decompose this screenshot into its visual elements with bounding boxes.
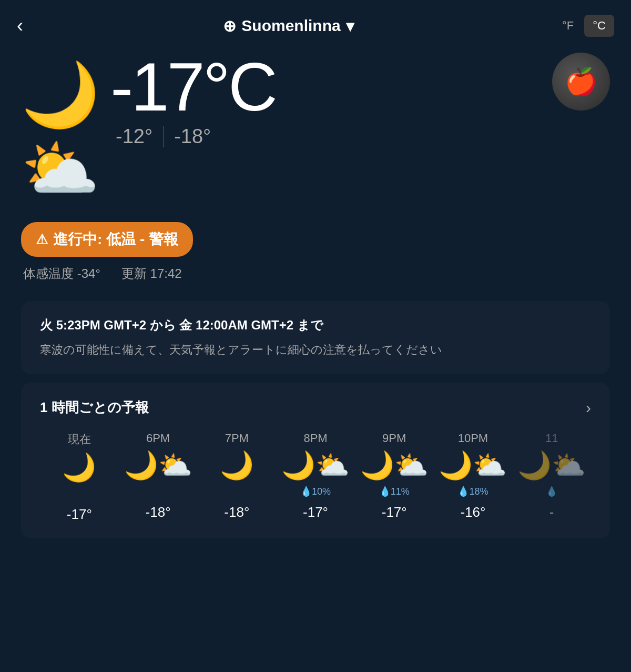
avatar: 🍎 <box>552 53 610 111</box>
hour-label: 6PM <box>146 432 170 445</box>
hour-temperature: -16° <box>460 504 485 520</box>
hour-weather-icon: 🌙 <box>220 452 254 479</box>
fahrenheit-button[interactable]: °F <box>554 15 582 37</box>
updated-label: 更新 17:42 <box>121 265 182 282</box>
celsius-button[interactable]: °C <box>584 15 614 37</box>
hour-weather-icon: 🌙 <box>62 454 96 481</box>
hour-item: 9PM🌙⛅💧11%-17° <box>355 432 434 523</box>
hourly-title: 1 時間ごとの予報 <box>40 398 149 417</box>
alert-time-range: 火 5:23PM GMT+2 から 金 12:00AM GMT+2 まで <box>40 317 591 334</box>
hourly-items-row: 現在🌙-17°6PM🌙⛅-18°7PM🌙-18°8PM🌙⛅💧10%-17°9PM… <box>40 432 591 523</box>
warning-icon: ⚠ <box>36 232 48 248</box>
hour-item: 6PM🌙⛅-18° <box>119 432 198 523</box>
hourly-chevron-icon[interactable]: › <box>586 399 591 417</box>
alert-badge-text: 進行中: 低温 - 警報 <box>53 229 178 249</box>
hour-label: 7PM <box>225 432 249 445</box>
hour-temperature: -17° <box>382 504 407 520</box>
hour-weather-icon: 🌙⛅ <box>281 452 350 479</box>
hour-temperature: -17° <box>303 504 328 520</box>
hour-item: 11🌙⛅💧- <box>512 432 591 523</box>
hour-item: 7PM🌙-18° <box>197 432 276 523</box>
temp-divider <box>163 126 164 147</box>
hour-temperature: -17° <box>67 506 92 523</box>
back-button[interactable]: ‹ <box>17 15 23 37</box>
hour-item: 現在🌙-17° <box>40 432 119 523</box>
hour-precip: 💧18% <box>457 485 488 498</box>
hour-weather-icon: 🌙⛅ <box>360 452 429 479</box>
hour-temperature: -18° <box>146 504 171 520</box>
location-pin-icon: ⊕ <box>223 17 236 35</box>
feels-like-row: 体感温度 -34° 更新 17:42 <box>21 265 610 282</box>
avatar-image: 🍎 <box>565 66 597 97</box>
unit-switcher: °F °C <box>554 15 614 37</box>
current-weather-icon: 🌙⛅ <box>21 58 100 206</box>
current-temperature: -17°C <box>110 53 610 121</box>
current-weather-section: 🌙⛅ -17°C -12° -18° 🍎 <box>0 47 631 222</box>
hourly-header: 1 時間ごとの予報 › <box>40 398 591 417</box>
hour-label: 8PM <box>303 432 327 445</box>
feels-like-label: 体感温度 -34° <box>23 265 100 282</box>
hour-weather-icon: 🌙⛅ <box>124 452 192 479</box>
hour-label: 11 <box>545 432 558 445</box>
header: ‹ ⊕ Suomenlinna ▾ °F °C <box>0 0 631 47</box>
dropdown-icon: ▾ <box>346 17 354 35</box>
alert-badge[interactable]: ⚠ 進行中: 低温 - 警報 <box>21 222 193 257</box>
hour-item: 10PM🌙⛅💧18%-16° <box>434 432 513 523</box>
hour-precip: 💧10% <box>300 485 331 498</box>
high-temp: -12° <box>116 125 152 148</box>
alert-section: ⚠ 進行中: 低温 - 警報 体感温度 -34° 更新 17:42 <box>0 222 631 293</box>
hour-precip: 💧 <box>546 485 557 498</box>
high-low-temps: -12° -18° <box>116 125 610 148</box>
location-name: Suomenlinna <box>241 17 340 35</box>
alert-card[interactable]: 火 5:23PM GMT+2 から 金 12:00AM GMT+2 まで 寒波の… <box>21 301 610 374</box>
alert-description: 寒波の可能性に備えて、天気予報とアラートに細心の注意を払ってください <box>40 341 591 358</box>
location-display[interactable]: ⊕ Suomenlinna ▾ <box>223 17 353 35</box>
hour-item: 8PM🌙⛅💧10%-17° <box>276 432 355 523</box>
hour-label: 9PM <box>382 432 406 445</box>
hour-temperature: - <box>549 504 554 520</box>
hour-temperature: -18° <box>224 504 249 520</box>
hour-weather-icon: 🌙⛅ <box>517 452 586 479</box>
hour-weather-icon: 🌙⛅ <box>439 452 507 479</box>
hour-label: 現在 <box>68 432 91 447</box>
hourly-forecast-card: 1 時間ごとの予報 › 現在🌙-17°6PM🌙⛅-18°7PM🌙-18°8PM🌙… <box>21 383 610 538</box>
hour-label: 10PM <box>458 432 488 445</box>
low-temp: -18° <box>174 125 211 148</box>
temperature-section: -17°C -12° -18° <box>110 53 610 148</box>
hour-precip: 💧11% <box>379 485 410 498</box>
